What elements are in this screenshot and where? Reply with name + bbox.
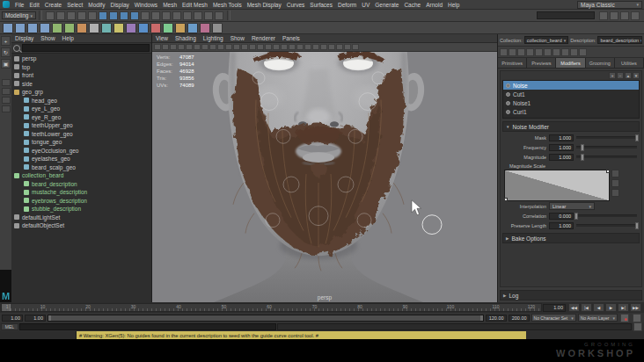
attribute-slider[interactable]	[576, 146, 637, 148]
select-by-hierarchy-icon[interactable]	[99, 11, 107, 20]
construction-history-icon[interactable]	[183, 11, 192, 20]
screen-space-ao-icon[interactable]	[304, 44, 311, 50]
modifier-enable-toggle[interactable]	[506, 92, 510, 97]
outliner-item[interactable]: tongue_geo	[11, 138, 151, 147]
render-icon[interactable]	[194, 11, 202, 20]
shelf-text-icon[interactable]	[89, 23, 99, 33]
shelf-target-weld-icon[interactable]	[175, 23, 186, 33]
range-slider[interactable]	[48, 315, 484, 322]
outliner-item[interactable]: eyeOcclusion_geo	[11, 147, 151, 156]
attribute-value-field[interactable]: 1.000	[549, 134, 574, 141]
ramp-add-point-icon[interactable]	[611, 170, 619, 177]
outliner-item[interactable]: eye_L_geo	[11, 105, 151, 113]
collection-selector[interactable]: collection_beard ▾	[524, 36, 569, 44]
xgen-render-icon[interactable]	[579, 48, 587, 56]
current-time-field[interactable]: 1.00	[543, 304, 566, 312]
outliner-item[interactable]: defaultObjectSet	[11, 221, 151, 230]
menu-item[interactable]: Generate	[372, 2, 401, 8]
shelf-combine-icon[interactable]	[113, 23, 124, 33]
menu-item[interactable]: Edit	[26, 2, 41, 8]
go-to-end-icon[interactable]: ▶▶	[630, 303, 641, 312]
menu-item[interactable]: Curves	[284, 2, 308, 8]
shelf-torus-icon[interactable]	[52, 23, 62, 33]
anim-layer-selector[interactable]: No Anim Layer ▾	[578, 314, 618, 322]
menu-item[interactable]: Renderer	[248, 35, 279, 41]
menu-item[interactable]: Windows	[132, 2, 160, 8]
make-live-icon[interactable]	[172, 11, 181, 20]
select-by-object-icon[interactable]	[109, 11, 118, 20]
ramp-point[interactable]	[504, 198, 508, 201]
depth-of-field-icon[interactable]	[328, 44, 335, 50]
play-forwards-icon[interactable]: ▶	[605, 303, 617, 312]
outliner-item[interactable]: eye_R_geo	[11, 113, 151, 122]
move-tool-icon[interactable]: +	[1, 36, 11, 46]
shelf-sphere-icon[interactable]	[3, 23, 13, 33]
menu-item[interactable]: Mesh Display	[245, 2, 284, 8]
render-settings-icon[interactable]	[215, 11, 223, 20]
wireframe-icon[interactable]	[265, 44, 272, 50]
layout-single-pane-icon[interactable]	[2, 79, 11, 86]
scale-tool-icon[interactable]: ▣	[1, 59, 11, 69]
channel-box-toggle-icon[interactable]	[631, 11, 640, 20]
shelf-mirror-icon[interactable]	[187, 23, 198, 33]
layout-four-pane-icon[interactable]	[2, 88, 11, 95]
outliner-item[interactable]: beard_scalp_geo	[11, 163, 151, 172]
outliner-item[interactable]: top	[11, 63, 151, 72]
shelf-cube-icon[interactable]	[15, 23, 26, 33]
menu-item[interactable]: Lighting	[200, 35, 227, 41]
menu-item[interactable]: File	[12, 2, 26, 8]
safe-title-icon[interactable]	[257, 44, 264, 50]
snap-to-plane-icon[interactable]	[162, 11, 171, 20]
use-all-lights-icon[interactable]	[289, 44, 296, 50]
xgen-guides-icon[interactable]	[544, 48, 552, 56]
xgen-import-icon[interactable]	[526, 48, 534, 56]
menu-item[interactable]: UV	[359, 2, 372, 8]
new-scene-icon[interactable]	[46, 11, 55, 20]
time-slider[interactable]: 1102030405060708090100110120	[1, 303, 542, 312]
shadows-icon[interactable]	[296, 44, 304, 50]
open-scene-icon[interactable]	[56, 11, 65, 20]
shelf-cone-icon[interactable]	[64, 23, 75, 33]
ipr-render-icon[interactable]	[204, 11, 213, 20]
tool-settings-toggle-icon[interactable]	[620, 11, 629, 20]
modifier-enable-toggle[interactable]	[506, 110, 510, 114]
magnitude-scale-ramp[interactable]	[504, 170, 610, 201]
outliner-item[interactable]: collection_beard	[11, 171, 151, 180]
outliner-item[interactable]: defaultLightSet	[11, 214, 151, 222]
layout-persp-outliner-icon[interactable]	[2, 105, 11, 112]
menu-item[interactable]: Mesh Tools	[210, 2, 245, 8]
move-modifier-up-icon[interactable]: ▲	[625, 72, 632, 79]
menu-item[interactable]: Help	[445, 2, 462, 8]
play-backwards-icon[interactable]: ◀	[593, 303, 604, 312]
select-by-component-icon[interactable]	[120, 11, 128, 20]
workspace-selector[interactable]: Maya Classic ▾	[577, 1, 642, 9]
menu-item[interactable]: Mesh	[160, 2, 179, 8]
two-d-pan-zoom-icon[interactable]	[194, 44, 201, 50]
Noise[interactable]: Noise	[503, 81, 639, 90]
noise-modifier-section[interactable]: ▼ Noise Modifier	[502, 121, 640, 132]
attribute-value-field[interactable]: 1.000	[549, 154, 574, 161]
ramp-delete-point-icon[interactable]	[611, 179, 619, 187]
viewport-canvas[interactable]: Verts: 47087 Edges: 94014 Faces: 46928	[152, 52, 497, 302]
outliner-item[interactable]: teethUpper_geo	[11, 121, 151, 130]
outliner-item[interactable]: stubble_description	[11, 205, 151, 214]
modifier-enable-toggle[interactable]	[506, 83, 510, 88]
Curl1[interactable]: Curl1	[503, 107, 639, 116]
isolate-select-icon[interactable]	[336, 44, 343, 50]
menu-item[interactable]: Show	[227, 35, 248, 41]
attribute-slider[interactable]	[576, 224, 637, 227]
xgen-clear-preview-icon[interactable]	[561, 48, 569, 56]
menu-item[interactable]: Display	[107, 2, 131, 8]
menu-item[interactable]: Cache	[401, 2, 423, 8]
snap-to-point-icon[interactable]	[151, 11, 160, 20]
animation-preferences-icon[interactable]	[633, 314, 641, 322]
xgen-tab[interactable]: Primitives	[498, 58, 527, 68]
shelf-cylinder-icon[interactable]	[27, 23, 38, 33]
head-model-3d[interactable]	[152, 52, 497, 302]
outliner-item[interactable]: geo_grp	[11, 88, 151, 97]
outliner-item[interactable]: persp	[11, 54, 151, 63]
shaded-icon[interactable]	[273, 44, 280, 50]
grid-icon[interactable]	[209, 44, 216, 50]
xgen-create-description-icon[interactable]	[500, 48, 508, 56]
modifier-enable-toggle[interactable]	[506, 101, 510, 105]
